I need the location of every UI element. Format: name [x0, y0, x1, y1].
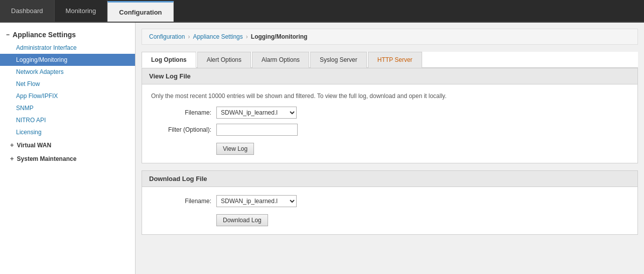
sidebar-section-system-maintenance[interactable]: + System Maintenance [0, 152, 135, 165]
download-log-filename-label: Filename: [151, 198, 216, 205]
breadcrumb-appliance-settings[interactable]: Appliance Settings [193, 33, 242, 40]
sidebar-section-label: Appliance Settings [13, 31, 76, 39]
view-log-panel-header: View Log File [142, 68, 637, 84]
breadcrumb: Configuration › Appliance Settings › Log… [142, 29, 638, 45]
download-log-filename-row: Filename: SDWAN_ip_learned.l [151, 195, 628, 207]
sidebar-item-administrator-interface[interactable]: Administrator Interface [0, 42, 135, 54]
download-log-panel-header: Download Log File [142, 171, 637, 187]
expand-icon: + [10, 141, 14, 149]
tabs-row: Log Options Alert Options Alarm Options … [142, 52, 638, 68]
view-log-filter-row: Filter (Optional): [151, 124, 628, 136]
sidebar-item-logging-monitoring[interactable]: Logging/Monitoring [0, 54, 135, 66]
view-log-filename-select[interactable]: SDWAN_ip_learned.l [216, 107, 297, 119]
sidebar-section-label: Virtual WAN [17, 142, 51, 149]
sidebar-item-nitro-api[interactable]: NITRO API [0, 114, 135, 126]
sidebar-section-appliance-settings[interactable]: − Appliance Settings [0, 28, 135, 42]
download-log-filename-select[interactable]: SDWAN_ip_learned.l [216, 195, 297, 207]
sidebar-section-virtual-wan[interactable]: + Virtual WAN [0, 138, 135, 152]
download-log-button[interactable]: Download Log [216, 214, 268, 226]
sidebar-section-appliance-items: Administrator Interface Logging/Monitori… [0, 42, 135, 138]
main-layout: − Appliance Settings Administrator Inter… [0, 23, 644, 274]
expand-icon: + [10, 155, 14, 162]
view-log-button[interactable]: View Log [216, 143, 254, 155]
top-navigation: Dashboard Monitoring Configuration [0, 0, 644, 23]
sidebar-section-label: System Maintenance [17, 155, 77, 162]
tab-http-server[interactable]: HTTP Server [368, 52, 422, 68]
download-log-panel-body: Filename: SDWAN_ip_learned.l Download Lo… [142, 187, 637, 234]
sidebar-item-snmp[interactable]: SNMP [0, 102, 135, 114]
breadcrumb-configuration[interactable]: Configuration [149, 33, 185, 40]
sidebar-item-network-adapters[interactable]: Network Adapters [0, 66, 135, 78]
view-log-filter-input[interactable] [216, 124, 298, 136]
view-log-panel: View Log File Only the most recent 10000… [142, 68, 638, 163]
tab-alarm-options[interactable]: Alarm Options [252, 52, 309, 68]
tab-alert-options[interactable]: Alert Options [197, 52, 251, 68]
sidebar-item-net-flow[interactable]: Net Flow [0, 78, 135, 90]
sidebar: − Appliance Settings Administrator Inter… [0, 23, 136, 274]
sidebar-item-licensing[interactable]: Licensing [0, 126, 135, 138]
tab-log-options[interactable]: Log Options [142, 52, 196, 68]
view-log-note: Only the most recent 10000 entries will … [151, 93, 628, 100]
tab-syslog-server[interactable]: Syslog Server [310, 52, 367, 68]
view-log-filter-label: Filter (Optional): [151, 126, 216, 133]
sidebar-item-app-flow-ipfix[interactable]: App Flow/IPFIX [0, 90, 135, 102]
view-log-filename-row: Filename: SDWAN_ip_learned.l [151, 107, 628, 119]
breadcrumb-sep-1: › [188, 33, 190, 40]
breadcrumb-current: Logging/Monitoring [251, 33, 308, 40]
view-log-filename-label: Filename: [151, 109, 216, 116]
breadcrumb-sep-2: › [246, 33, 248, 40]
collapse-icon: − [6, 31, 10, 38]
content-area: Configuration › Appliance Settings › Log… [136, 23, 644, 274]
nav-monitoring[interactable]: Monitoring [55, 0, 108, 22]
download-log-panel: Download Log File Filename: SDWAN_ip_lea… [142, 170, 638, 235]
nav-dashboard[interactable]: Dashboard [0, 0, 55, 22]
nav-configuration[interactable]: Configuration [107, 1, 173, 22]
view-log-panel-body: Only the most recent 10000 entries will … [142, 84, 637, 163]
